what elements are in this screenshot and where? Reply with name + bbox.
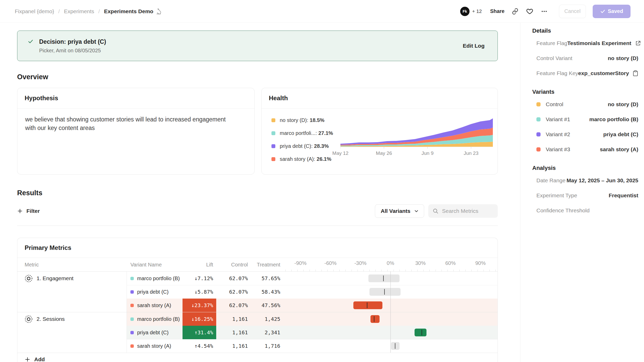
col-variant: Variant Name [127, 258, 183, 271]
hypothesis-body: we believe that showing customer stories… [17, 108, 246, 139]
control-value: 1,161 [232, 343, 248, 349]
details-heading: Details [532, 27, 638, 34]
more-options-icon[interactable] [540, 8, 548, 15]
health-title: Health [269, 95, 288, 102]
feature-flag-key-row: Feature Flag Key exp_customerStory [532, 66, 638, 81]
saved-button[interactable]: Saved [593, 5, 631, 18]
decision-banner: Decision: priya debt (C) Picker, Amit on… [17, 31, 498, 61]
table-row[interactable]: sarah story (A) ↓23.37% 62.07% 47.56% [17, 299, 498, 312]
variant-name: sarah story (A) [137, 302, 171, 308]
health-chart-xlabels: May 12May 26Jun 9Jun 23 [340, 149, 493, 157]
col-lift: Lift [183, 258, 216, 271]
confidence-threshold-row: Confidence Threshold [532, 203, 638, 218]
feature-flag-key-value: exp_customerStory [578, 70, 629, 76]
main-content: Decision: priya debt (C) Picker, Amit on… [0, 23, 520, 362]
treatment-value: 57.65% [262, 275, 280, 281]
variant-swatch [536, 102, 541, 106]
variant-row: Variant #3 sarah story (A) [532, 142, 638, 157]
variant-row: Variant #2 priya debt (C) [532, 127, 638, 142]
variants-dropdown[interactable]: All Variants [375, 204, 424, 218]
col-treatment: Treatment [248, 258, 280, 271]
legend-item: sarah story (A): 26.1% [271, 156, 340, 162]
table-row[interactable]: marco portfolio (B) ↓7.12% 62.07% 57.65% [17, 272, 498, 285]
control-value: 62.07% [229, 289, 248, 295]
variant-row: Variant #1 marco portfolio (B) [532, 112, 638, 127]
avatar-overflow-count[interactable]: + 12 [472, 9, 482, 14]
table-row[interactable]: priya debt (C) ↓5.87% 62.07% 58.43% [17, 285, 498, 299]
table-row[interactable]: sarah story (A) ↑4.54% 1,161 1,716 [17, 339, 498, 353]
variant-swatch [536, 147, 541, 151]
variant-name: marco portfolio (B) [137, 316, 180, 322]
add-metric-button[interactable]: Add [17, 353, 498, 362]
control-variant-value: no story (D) [608, 55, 638, 61]
date-range-row: Date Range May 12, 2025 – Jun 30, 2025 [532, 173, 638, 188]
table-row[interactable]: priya debt (C) ↑31.4% 1,161 2,341 [17, 326, 498, 339]
legend-swatch [271, 157, 275, 161]
variant-row: Control no story (D) [532, 97, 638, 112]
cancel-button[interactable]: Cancel [559, 5, 586, 18]
control-value: 62.07% [229, 302, 248, 308]
favorite-heart-icon[interactable] [526, 8, 534, 15]
microscope-icon [156, 8, 162, 15]
variant-swatch [536, 132, 541, 136]
breadcrumb-experiments[interactable]: Experiments [64, 8, 94, 15]
breadcrumb-project[interactable]: Fixpanel {demo} [15, 8, 54, 15]
variant-name: priya debt (C) [137, 330, 169, 336]
overview-heading: Overview [17, 73, 498, 81]
table-header: Metric Variant Name Lift Control Treatme… [17, 258, 498, 271]
primary-metrics-card: Primary Metrics Metric Variant Name Lift… [17, 238, 498, 362]
ci-axis-ticks [285, 268, 495, 271]
variant-swatch [536, 117, 541, 121]
health-legend: no story (D): 18.5% marco portfoli...: 2… [271, 117, 340, 169]
treatment-value: 47.56% [262, 302, 280, 308]
variant-name: priya debt (C) [137, 289, 169, 295]
add-filter-button[interactable]: Filter [17, 208, 40, 214]
feature-flag-row: Feature Flag Testimonials Experiment [532, 36, 638, 51]
copy-link-icon[interactable] [511, 8, 519, 15]
decision-subtitle: Picker, Amit on 08/05/2025 [39, 48, 106, 54]
primary-metrics-title: Primary Metrics [17, 238, 498, 258]
treatment-value: 1,716 [265, 343, 280, 349]
legend-swatch [271, 131, 275, 135]
results-heading: Results [17, 189, 498, 197]
breadcrumb-separator: / [58, 8, 60, 15]
page-title: Experiments Demo [104, 8, 153, 15]
lift-value: ↓7.12% [183, 272, 216, 285]
variant-swatch [130, 304, 134, 307]
breadcrumb-separator: / [98, 8, 100, 15]
control-value: 1,161 [232, 316, 248, 322]
lift-value: ↑4.54% [183, 339, 216, 353]
variant-swatch [130, 277, 134, 280]
analysis-section: Analysis Date Range May 12, 2025 – Jun 3… [532, 165, 638, 218]
copy-icon[interactable] [633, 70, 638, 76]
search-metrics-input[interactable] [442, 208, 494, 214]
edit-log-button[interactable]: Edit Log [463, 43, 485, 49]
treatment-value: 2,341 [265, 329, 280, 336]
share-button[interactable]: Share [490, 8, 505, 14]
treatment-value: 58.43% [262, 289, 280, 295]
plus-icon [17, 208, 23, 214]
table-row[interactable]: marco portfolio (B) ↓16.25% 1,161 1,425 [17, 312, 498, 326]
external-link-icon[interactable] [635, 40, 641, 46]
hypothesis-card: Hypothesis we believe that showing custo… [17, 88, 255, 175]
control-value: 1,161 [232, 329, 248, 336]
ci-zero-line [390, 271, 391, 353]
lift-value: ↓16.25% [183, 312, 216, 326]
health-card: Health no story (D): 18.5% marco portfol… [261, 88, 498, 175]
avatar[interactable]: Fk [460, 7, 470, 16]
feature-flag-value[interactable]: Testimonials Experiment [567, 40, 631, 46]
lift-value: ↓5.87% [183, 285, 216, 299]
decision-title: Decision: priya debt (C) [39, 38, 106, 45]
search-icon [432, 208, 439, 214]
variant-name: sarah story (A) [137, 343, 171, 349]
lift-value: ↓23.37% [183, 299, 216, 312]
experiment-type-value: Frequentist [609, 192, 638, 199]
legend-item: no story (D): 18.5% [271, 117, 340, 123]
breadcrumb-current: Experiments Demo [104, 8, 162, 15]
details-section: Details Feature Flag Testimonials Experi… [532, 27, 638, 81]
hypothesis-title: Hypothesis [25, 95, 58, 102]
date-range-value: May 12, 2025 – Jun 30, 2025 [566, 177, 638, 184]
variant-swatch [130, 317, 134, 321]
health-chart: May 12May 26Jun 9Jun 23 [340, 117, 493, 169]
search-metrics-box [428, 204, 498, 218]
